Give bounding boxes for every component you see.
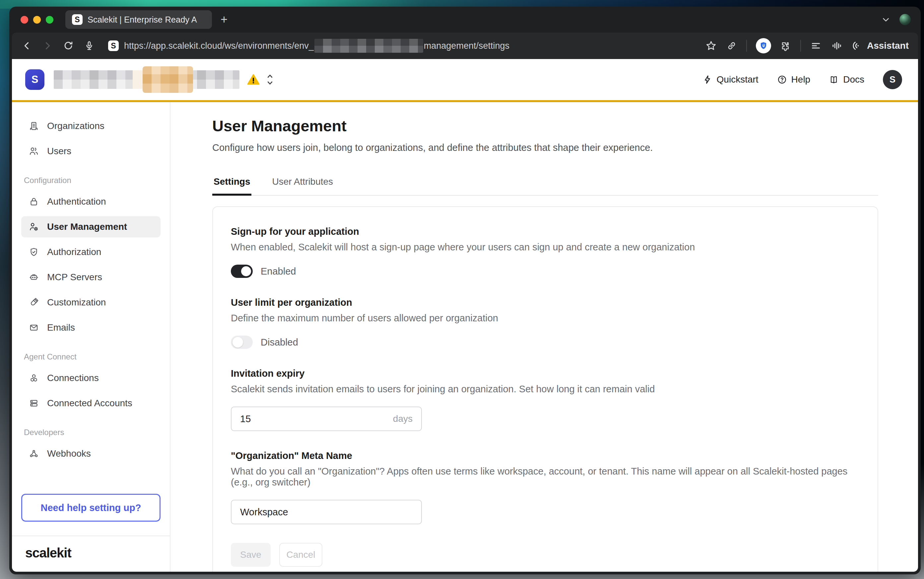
- scalekit-wordmark: scalekit: [25, 546, 71, 560]
- user-limit-section: User limit per organization Define the m…: [231, 297, 860, 349]
- user-limit-title: User limit per organization: [231, 297, 860, 308]
- reload-icon[interactable]: [62, 40, 74, 52]
- signup-toggle[interactable]: [231, 265, 253, 278]
- sidebar-item-users[interactable]: Users: [21, 141, 160, 162]
- chevron-down-icon[interactable]: [881, 15, 891, 25]
- sidebar-item-emails[interactable]: Emails: [21, 317, 160, 338]
- webhook-icon: [28, 448, 40, 459]
- server-stack-icon: [28, 398, 40, 409]
- voice-waveform-icon[interactable]: [831, 40, 843, 52]
- copy-link-icon[interactable]: [726, 40, 737, 51]
- sidebar: Organizations Users Configuration: [12, 102, 170, 572]
- sidebar-item-authorization[interactable]: Authorization: [21, 241, 160, 263]
- extensions-puzzle-icon[interactable]: [780, 40, 792, 51]
- invitation-expiry-section: Invitation expiry Scalekit sends invitat…: [231, 368, 860, 431]
- toolbar-divider: [746, 40, 747, 52]
- app-header: S Quickstart: [12, 59, 918, 102]
- docs-button[interactable]: Docs: [829, 74, 864, 85]
- scalekit-logo: S: [25, 69, 44, 90]
- scalekit-app-page: S Quickstart: [12, 59, 918, 572]
- invitation-expiry-value: 15: [240, 414, 251, 424]
- url-redacted-segment: [314, 39, 423, 53]
- bookmark-star-icon[interactable]: [705, 40, 717, 52]
- close-window-button[interactable]: [21, 16, 28, 23]
- org-meta-name-value: Workspace: [240, 507, 288, 518]
- assistant-icon: [852, 40, 863, 51]
- paintbrush-icon: [28, 297, 40, 308]
- assistant-button[interactable]: Assistant: [852, 40, 909, 51]
- forward-icon[interactable]: [42, 40, 53, 51]
- invitation-expiry-unit: days: [393, 414, 412, 424]
- user-avatar[interactable]: S: [883, 70, 902, 89]
- url-prefix: https://app.scalekit.cloud/ws/environmen…: [124, 41, 314, 51]
- sidebar-item-connections[interactable]: Connections: [21, 368, 160, 389]
- zoom-window-button[interactable]: [46, 16, 53, 23]
- docs-book-icon: [829, 75, 839, 85]
- cancel-button[interactable]: Cancel: [279, 543, 322, 567]
- toolbar-divider: [800, 40, 801, 52]
- signup-section: Sign-up for your application When enable…: [231, 226, 860, 278]
- sidebar-item-mcp-servers[interactable]: MCP Servers: [21, 267, 160, 288]
- users-icon: [28, 146, 40, 157]
- window-controls: [21, 16, 53, 23]
- envelope-icon: [28, 322, 40, 333]
- user-limit-toggle-label: Disabled: [261, 337, 298, 348]
- sidebar-item-user-management[interactable]: User Management: [21, 216, 160, 237]
- workspace-name-redacted[interactable]: [54, 70, 239, 89]
- signup-toggle-label: Enabled: [261, 266, 296, 277]
- quickstart-button[interactable]: Quickstart: [702, 74, 759, 85]
- org-meta-name-input[interactable]: Workspace: [231, 500, 422, 524]
- back-icon[interactable]: [21, 40, 33, 51]
- main-content: User Management Configure how users join…: [170, 102, 918, 572]
- save-button[interactable]: Save: [231, 543, 271, 567]
- sidebar-item-webhooks[interactable]: Webhooks: [21, 443, 160, 464]
- url-favicon: S: [108, 41, 119, 51]
- signup-title: Sign-up for your application: [231, 226, 860, 237]
- minimize-window-button[interactable]: [33, 16, 41, 23]
- url-bar[interactable]: https://app.scalekit.cloud/ws/environmen…: [124, 39, 509, 53]
- robot-icon: [28, 272, 40, 283]
- organizations-icon: [28, 121, 40, 131]
- user-limit-toggle[interactable]: [231, 335, 253, 349]
- tab-user-attributes[interactable]: User Attributes: [271, 172, 334, 195]
- lightning-icon: [702, 75, 712, 85]
- microphone-icon[interactable]: [83, 40, 95, 51]
- browser-tab[interactable]: S Scalekit | Enterprise Ready A: [65, 10, 212, 29]
- settings-card: Sign-up for your application When enable…: [212, 206, 878, 572]
- environment-warning-icon: [247, 73, 260, 86]
- password-extension-icon[interactable]: [756, 38, 771, 53]
- org-meta-name-section: "Organization" Meta Name What do you cal…: [231, 450, 860, 524]
- sidebar-section-configuration: Configuration: [24, 176, 160, 185]
- new-tab-button[interactable]: +: [221, 14, 227, 26]
- invitation-expiry-input[interactable]: 15 days: [231, 407, 422, 431]
- sidebar-item-organizations[interactable]: Organizations: [21, 115, 160, 137]
- user-limit-description: Define the maximum number of users allow…: [231, 313, 860, 324]
- need-help-button[interactable]: Need help setting up?: [21, 494, 160, 522]
- page-title: User Management: [212, 117, 878, 135]
- browser-profile-avatar[interactable]: [899, 14, 911, 25]
- browser-nav-bar: S https://app.scalekit.cloud/ws/environm…: [12, 33, 918, 59]
- invitation-expiry-description: Scalekit sends invitation emails to user…: [231, 384, 860, 395]
- sidebar-item-customization[interactable]: Customization: [21, 292, 160, 313]
- invitation-expiry-title: Invitation expiry: [231, 368, 860, 379]
- help-button[interactable]: Help: [777, 74, 811, 85]
- sidebar-item-connected-accounts[interactable]: Connected Accounts: [21, 393, 160, 414]
- tab-settings[interactable]: Settings: [212, 172, 252, 195]
- cubes-icon: [28, 373, 40, 383]
- scalekit-favicon: S: [72, 14, 83, 25]
- browser-tab-bar: S Scalekit | Enterprise Ready A +: [9, 7, 921, 33]
- org-meta-name-description: What do you call an "Organization"? Apps…: [231, 466, 860, 488]
- sidebar-section-developers: Developers: [24, 428, 160, 437]
- sidebar-item-authentication[interactable]: Authentication: [21, 191, 160, 212]
- reading-list-icon[interactable]: [810, 40, 822, 52]
- assistant-label: Assistant: [867, 41, 909, 51]
- user-gear-icon: [28, 221, 40, 232]
- lock-icon: [28, 196, 40, 207]
- browser-window: S Scalekit | Enterprise Ready A +: [9, 7, 921, 574]
- shield-check-icon: [28, 247, 40, 257]
- environment-switcher-chevrons[interactable]: [265, 73, 275, 87]
- sidebar-footer: scalekit: [12, 536, 170, 572]
- signup-description: When enabled, Scalekit will host a sign-…: [231, 242, 860, 253]
- org-meta-name-title: "Organization" Meta Name: [231, 450, 860, 461]
- environment-name-redacted: [142, 66, 193, 93]
